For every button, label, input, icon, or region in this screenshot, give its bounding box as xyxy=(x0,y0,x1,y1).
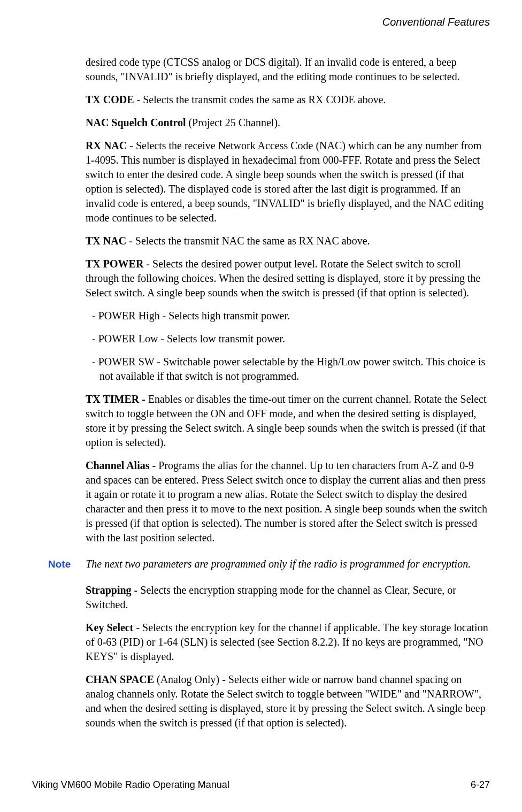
text-tx-power: - Selects the desired power output level… xyxy=(86,258,480,298)
text-tx-nac: - Selects the transmit NAC the same as R… xyxy=(126,235,370,247)
paragraph-strapping: Strapping - Selects the encryption strap… xyxy=(86,583,490,612)
text-key-select: - Selects the encryption key for the cha… xyxy=(86,622,488,662)
paragraph-tx-power: TX POWER - Selects the desired power out… xyxy=(86,257,490,300)
footer-left: Viking VM600 Mobile Radio Operating Manu… xyxy=(32,779,229,791)
page: Conventional Features desired code type … xyxy=(0,0,522,812)
text-tx-code: - Selects the transmit codes the same as… xyxy=(134,94,386,105)
paragraph-intro: desired code type (CTCSS analog or DCS d… xyxy=(86,55,490,84)
list-item-power-sw: - POWER SW - Switchable power selectable… xyxy=(86,355,490,384)
label-tx-timer: TX TIMER xyxy=(86,393,139,405)
text-strapping: - Selects the encryption strapping mode … xyxy=(86,584,456,610)
footer-right: 6-27 xyxy=(471,779,490,791)
label-channel-alias: Channel Alias xyxy=(86,459,149,471)
paragraph-channel-alias: Channel Alias - Programs the alias for t… xyxy=(86,458,490,545)
paragraph-tx-nac: TX NAC - Selects the transmit NAC the sa… xyxy=(86,234,490,248)
note-row: Note The next two parameters are program… xyxy=(32,558,490,570)
label-tx-nac: TX NAC xyxy=(86,235,126,247)
label-strapping: Strapping xyxy=(86,584,132,596)
note-label: Note xyxy=(48,558,71,570)
label-tx-code: TX CODE xyxy=(86,94,134,105)
list-item-power-low: - POWER Low - Selects low transmit power… xyxy=(86,332,490,346)
label-chan-space: CHAN SPACE xyxy=(86,673,154,685)
text-channel-alias: - Programs the alias for the channel. Up… xyxy=(86,459,487,543)
label-rx-nac: RX NAC xyxy=(86,140,127,151)
paragraph-rx-nac: RX NAC - Selects the receive Network Acc… xyxy=(86,139,490,225)
label-tx-power: TX POWER xyxy=(86,258,143,270)
label-key-select: Key Select xyxy=(86,622,133,633)
paragraph-tx-code: TX CODE - Selects the transmit codes the… xyxy=(86,93,490,107)
paragraph-chan-space: CHAN SPACE (Analog Only) - Selects eithe… xyxy=(86,672,490,730)
body-content: desired code type (CTCSS analog or DCS d… xyxy=(86,55,490,545)
label-nac-squelch: NAC Squelch Control xyxy=(86,117,186,128)
note-text: The next two parameters are programmed o… xyxy=(86,558,490,570)
list-item-power-high: - POWER High - Selects high transmit pow… xyxy=(86,309,490,323)
paragraph-nac-squelch: NAC Squelch Control (Project 25 Channel)… xyxy=(86,116,490,130)
text-nac-squelch: (Project 25 Channel). xyxy=(186,117,280,128)
paragraph-key-select: Key Select - Selects the encryption key … xyxy=(86,621,490,664)
page-header: Conventional Features xyxy=(32,16,490,28)
text-tx-timer: - Enables or disables the time-out timer… xyxy=(86,393,486,448)
page-footer: Viking VM600 Mobile Radio Operating Manu… xyxy=(32,779,490,791)
body-content-after-note: Strapping - Selects the encryption strap… xyxy=(86,583,490,730)
paragraph-tx-timer: TX TIMER - Enables or disables the time-… xyxy=(86,392,490,450)
text-rx-nac: - Selects the receive Network Access Cod… xyxy=(86,140,483,224)
